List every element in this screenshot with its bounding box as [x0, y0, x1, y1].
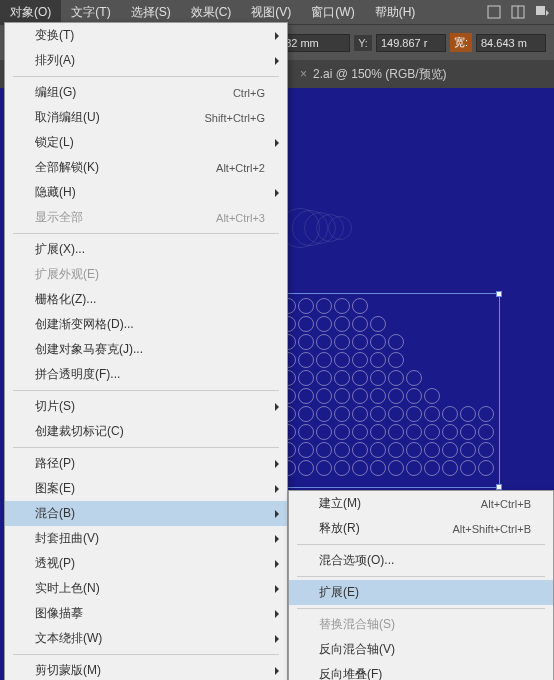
menu-shortcut: Alt+Ctrl+2 [216, 162, 265, 174]
object-menu-item: 显示全部Alt+Ctrl+3 [5, 205, 287, 230]
object-menu-item[interactable]: 创建裁切标记(C) [5, 419, 287, 444]
toolbar-icon-1[interactable] [482, 0, 506, 24]
menu-item-label: 路径(P) [35, 455, 75, 472]
object-menu-item[interactable]: 图案(E) [5, 476, 287, 501]
menu-item-label: 扩展(X)... [35, 241, 85, 258]
menu-select[interactable]: 选择(S) [121, 0, 181, 25]
menu-window[interactable]: 窗口(W) [301, 0, 364, 25]
blend-menu-item[interactable]: 混合选项(O)... [289, 548, 553, 573]
blend-menu-item: 替换混合轴(S) [289, 612, 553, 637]
object-menu-item[interactable]: 创建渐变网格(D)... [5, 312, 287, 337]
submenu-arrow-icon [275, 610, 279, 618]
x-value[interactable]: 32 mm [280, 34, 350, 52]
menu-shortcut: Ctrl+G [233, 87, 265, 99]
selection-handle[interactable] [496, 291, 502, 297]
menu-item-label: 封套扭曲(V) [35, 530, 99, 547]
submenu-arrow-icon [275, 585, 279, 593]
menu-item-label: 释放(R) [319, 520, 360, 537]
object-menu-item[interactable]: 全部解锁(K)Alt+Ctrl+2 [5, 155, 287, 180]
menu-item-label: 文本绕排(W) [35, 630, 102, 647]
document-tab[interactable]: × 2.ai @ 150% (RGB/预览) [290, 60, 457, 89]
menu-item-label: 创建渐变网格(D)... [35, 316, 134, 333]
menu-shortcut: Alt+Ctrl+3 [216, 212, 265, 224]
menu-item-label: 剪切蒙版(M) [35, 662, 101, 679]
object-menu-item[interactable]: 路径(P) [5, 451, 287, 476]
blend-menu-separator [297, 608, 545, 609]
menu-item-label: 混合(B) [35, 505, 75, 522]
object-menu-separator [13, 390, 279, 391]
object-menu-item[interactable]: 实时上色(N) [5, 576, 287, 601]
menu-item-label: 显示全部 [35, 209, 83, 226]
submenu-arrow-icon [275, 635, 279, 643]
blend-menu-item[interactable]: 释放(R)Alt+Shift+Ctrl+B [289, 516, 553, 541]
object-menu-item: 扩展外观(E) [5, 262, 287, 287]
menu-effect[interactable]: 效果(C) [181, 0, 242, 25]
submenu-arrow-icon [275, 403, 279, 411]
menu-item-label: 替换混合轴(S) [319, 616, 395, 633]
object-menu-item[interactable]: 扩展(X)... [5, 237, 287, 262]
menu-item-label: 拼合透明度(F)... [35, 366, 120, 383]
object-menu-item[interactable]: 编组(G)Ctrl+G [5, 80, 287, 105]
submenu-arrow-icon [275, 485, 279, 493]
submenu-arrow-icon [275, 139, 279, 147]
blend-menu-item[interactable]: 建立(M)Alt+Ctrl+B [289, 491, 553, 516]
object-menu-item[interactable]: 取消编组(U)Shift+Ctrl+G [5, 105, 287, 130]
blend-menu-separator [297, 576, 545, 577]
width-value[interactable]: 84.643 m [476, 34, 546, 52]
menu-item-label: 全部解锁(K) [35, 159, 99, 176]
object-menu-item[interactable]: 切片(S) [5, 394, 287, 419]
submenu-arrow-icon [275, 57, 279, 65]
blend-menu-item[interactable]: 反向混合轴(V) [289, 637, 553, 662]
object-menu-item[interactable]: 排列(A) [5, 48, 287, 73]
menu-item-label: 混合选项(O)... [319, 552, 394, 569]
object-menu-item[interactable]: 创建对象马赛克(J)... [5, 337, 287, 362]
menu-item-label: 排列(A) [35, 52, 75, 69]
menu-item-label: 编组(G) [35, 84, 76, 101]
menu-item-label: 栅格化(Z)... [35, 291, 96, 308]
toolbar-icon-2[interactable] [506, 0, 530, 24]
object-menu-item[interactable]: 图像描摹 [5, 601, 287, 626]
width-label: 宽: [450, 33, 472, 52]
menu-item-label: 切片(S) [35, 398, 75, 415]
menu-help[interactable]: 帮助(H) [365, 0, 426, 25]
toolbar-dropdown-icon[interactable] [530, 0, 554, 24]
object-menu-item[interactable]: 栅格化(Z)... [5, 287, 287, 312]
object-menu-item[interactable]: 混合(B) [5, 501, 287, 526]
object-menu-item[interactable]: 剪切蒙版(M) [5, 658, 287, 680]
menu-type[interactable]: 文字(T) [61, 0, 120, 25]
menu-item-label: 变换(T) [35, 27, 74, 44]
submenu-arrow-icon [275, 460, 279, 468]
object-menu-item[interactable]: 变换(T) [5, 23, 287, 48]
object-menu-item[interactable]: 文本绕排(W) [5, 626, 287, 651]
menu-item-label: 实时上色(N) [35, 580, 100, 597]
object-menu-separator [13, 447, 279, 448]
object-menu-item[interactable]: 锁定(L) [5, 130, 287, 155]
blend-menu-separator [297, 544, 545, 545]
object-menu-item[interactable]: 封套扭曲(V) [5, 526, 287, 551]
blend-menu-item[interactable]: 扩展(E) [289, 580, 553, 605]
menu-item-label: 图像描摹 [35, 605, 83, 622]
svg-marker-4 [546, 10, 549, 16]
menu-shortcut: Shift+Ctrl+G [204, 112, 265, 124]
tab-label: 2.ai @ 150% (RGB/预览) [313, 66, 447, 83]
object-menu-dropdown: 变换(T)排列(A)编组(G)Ctrl+G取消编组(U)Shift+Ctrl+G… [4, 22, 288, 680]
object-menu-separator [13, 233, 279, 234]
menu-item-label: 图案(E) [35, 480, 75, 497]
blend-menu-item[interactable]: 反向堆叠(F) [289, 662, 553, 680]
y-value[interactable]: 149.867 r [376, 34, 446, 52]
menu-item-label: 反向混合轴(V) [319, 641, 395, 658]
menu-item-label: 隐藏(H) [35, 184, 76, 201]
submenu-arrow-icon [275, 560, 279, 568]
object-menu-item[interactable]: 透视(P) [5, 551, 287, 576]
object-menu-item[interactable]: 隐藏(H) [5, 180, 287, 205]
menu-object[interactable]: 对象(O) [0, 0, 61, 25]
menu-item-label: 扩展外观(E) [35, 266, 99, 283]
menu-shortcut: Alt+Ctrl+B [481, 498, 531, 510]
menu-view[interactable]: 视图(V) [241, 0, 301, 25]
menu-item-label: 反向堆叠(F) [319, 666, 382, 680]
selection-bounds [280, 293, 500, 488]
submenu-arrow-icon [275, 535, 279, 543]
object-menu-separator [13, 76, 279, 77]
close-icon[interactable]: × [300, 67, 307, 81]
object-menu-item[interactable]: 拼合透明度(F)... [5, 362, 287, 387]
